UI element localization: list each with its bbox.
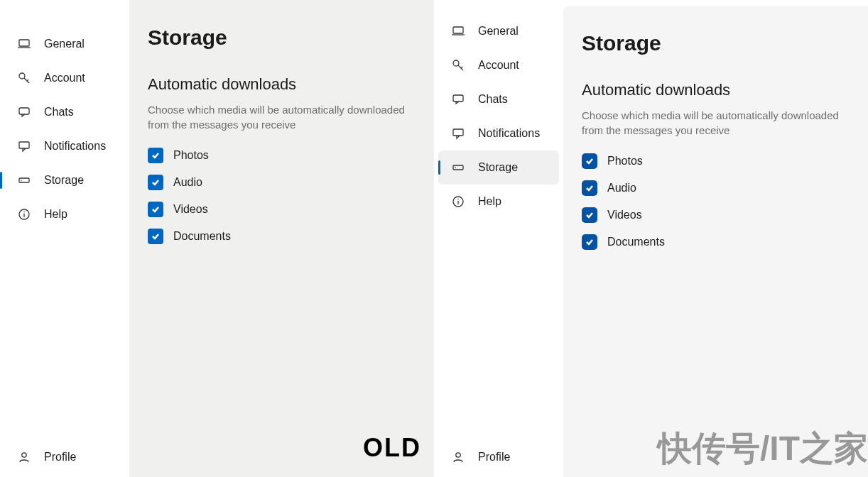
checkbox-label: Photos bbox=[607, 155, 643, 168]
checkbox-label: Videos bbox=[607, 209, 642, 221]
sidebar-item-label: Account bbox=[44, 72, 85, 84]
sidebar-item-label: Chats bbox=[478, 93, 508, 106]
sidebar-item-label: Help bbox=[44, 208, 67, 221]
checkbox-photos[interactable]: Photos bbox=[148, 148, 416, 163]
sidebar-item-label: Storage bbox=[478, 161, 518, 174]
checkbox-icon bbox=[148, 175, 163, 190]
sidebar-item-label: General bbox=[44, 38, 85, 50]
chat-icon bbox=[451, 92, 465, 106]
sidebar-new: General Account Chats Notifications Stor… bbox=[434, 0, 563, 477]
sidebar-item-label: Account bbox=[478, 59, 519, 72]
checkbox-icon bbox=[148, 229, 163, 244]
svg-point-8 bbox=[21, 180, 22, 181]
checkbox-icon bbox=[148, 148, 163, 163]
comment-icon bbox=[17, 139, 31, 153]
sidebar-item-help[interactable]: Help bbox=[0, 197, 129, 231]
checkbox-videos[interactable]: Videos bbox=[148, 202, 416, 217]
svg-point-25 bbox=[456, 453, 460, 457]
sidebar-item-label: Storage bbox=[44, 174, 84, 187]
svg-rect-20 bbox=[453, 165, 463, 170]
chat-icon bbox=[17, 105, 31, 119]
sidebar-item-label: General bbox=[478, 25, 519, 38]
sidebar-item-storage[interactable]: Storage bbox=[0, 163, 129, 197]
svg-rect-13 bbox=[453, 27, 463, 33]
key-icon bbox=[17, 71, 31, 85]
svg-line-17 bbox=[461, 67, 462, 68]
section-title: Automatic downloads bbox=[582, 81, 850, 99]
person-icon bbox=[451, 450, 465, 464]
key-icon bbox=[451, 58, 465, 72]
svg-line-3 bbox=[24, 78, 29, 83]
svg-rect-5 bbox=[19, 108, 29, 114]
sidebar-item-label: Notifications bbox=[44, 140, 106, 153]
checkbox-audio[interactable]: Audio bbox=[148, 175, 416, 190]
svg-point-24 bbox=[457, 199, 459, 200]
profile-label: Profile bbox=[478, 451, 510, 464]
svg-point-2 bbox=[19, 73, 25, 79]
storage-icon bbox=[17, 173, 31, 187]
checkbox-label: Audio bbox=[173, 176, 202, 189]
sidebar-profile[interactable]: Profile bbox=[434, 437, 563, 477]
checkbox-label: Photos bbox=[173, 149, 209, 162]
checkbox-label: Documents bbox=[607, 236, 665, 248]
svg-rect-19 bbox=[453, 129, 463, 136]
comment-icon bbox=[451, 126, 465, 141]
sidebar-item-notifications[interactable]: Notifications bbox=[434, 116, 563, 150]
sidebar-item-label: Help bbox=[478, 195, 501, 208]
checkbox-documents[interactable]: Documents bbox=[582, 234, 850, 250]
checkbox-icon bbox=[582, 207, 597, 223]
svg-rect-6 bbox=[19, 142, 29, 148]
checkbox-audio[interactable]: Audio bbox=[582, 180, 850, 196]
sidebar-item-account[interactable]: Account bbox=[0, 61, 129, 95]
checkbox-label: Documents bbox=[173, 230, 231, 243]
content-new: Storage Automatic downloads Choose which… bbox=[563, 6, 868, 477]
info-icon bbox=[17, 207, 31, 221]
storage-icon bbox=[451, 160, 465, 175]
checkbox-videos[interactable]: Videos bbox=[582, 207, 850, 223]
person-icon bbox=[17, 450, 31, 464]
checkbox-icon bbox=[582, 234, 597, 250]
sidebar-item-help[interactable]: Help bbox=[434, 185, 563, 219]
sidebar-item-chats[interactable]: Chats bbox=[434, 82, 563, 116]
svg-rect-7 bbox=[19, 178, 29, 182]
sidebar-item-chats[interactable]: Chats bbox=[0, 95, 129, 129]
section-description: Choose which media will be automatically… bbox=[148, 102, 411, 132]
sidebar-item-general[interactable]: General bbox=[0, 27, 129, 61]
checkbox-icon bbox=[582, 153, 597, 169]
svg-rect-0 bbox=[19, 40, 29, 46]
section-description: Choose which media will be automatically… bbox=[582, 108, 845, 138]
content-old: Storage Automatic downloads Choose which… bbox=[129, 0, 434, 477]
sidebar-item-storage[interactable]: Storage bbox=[438, 150, 559, 185]
panel-new: General Account Chats Notifications Stor… bbox=[434, 0, 868, 477]
profile-label: Profile bbox=[44, 451, 76, 464]
sidebar-profile[interactable]: Profile bbox=[0, 437, 129, 477]
laptop-icon bbox=[451, 24, 465, 38]
panel-old: General Account Chats Notifications Stor… bbox=[0, 0, 434, 477]
checkbox-icon bbox=[148, 202, 163, 217]
sidebar-old: General Account Chats Notifications Stor… bbox=[0, 0, 129, 477]
svg-point-21 bbox=[455, 167, 456, 168]
sidebar-item-label: Chats bbox=[44, 106, 74, 119]
laptop-icon bbox=[17, 37, 31, 51]
checkbox-label: Videos bbox=[173, 203, 208, 216]
section-title: Automatic downloads bbox=[148, 75, 416, 94]
page-title: Storage bbox=[148, 26, 416, 50]
svg-point-12 bbox=[22, 453, 26, 457]
svg-line-4 bbox=[27, 80, 28, 81]
svg-point-11 bbox=[23, 212, 25, 213]
sidebar-item-account[interactable]: Account bbox=[434, 48, 563, 82]
badge-old: OLD bbox=[363, 433, 421, 463]
svg-rect-18 bbox=[453, 95, 463, 102]
sidebar-item-notifications[interactable]: Notifications bbox=[0, 129, 129, 163]
checkbox-photos[interactable]: Photos bbox=[582, 153, 850, 169]
svg-line-16 bbox=[458, 65, 463, 70]
sidebar-item-label: Notifications bbox=[478, 127, 540, 140]
sidebar-item-general[interactable]: General bbox=[434, 14, 563, 48]
checkbox-icon bbox=[582, 180, 597, 196]
checkbox-label: Audio bbox=[607, 182, 636, 194]
checkbox-documents[interactable]: Documents bbox=[148, 229, 416, 244]
svg-point-15 bbox=[453, 60, 459, 66]
info-icon bbox=[451, 194, 465, 209]
page-title: Storage bbox=[582, 31, 850, 55]
